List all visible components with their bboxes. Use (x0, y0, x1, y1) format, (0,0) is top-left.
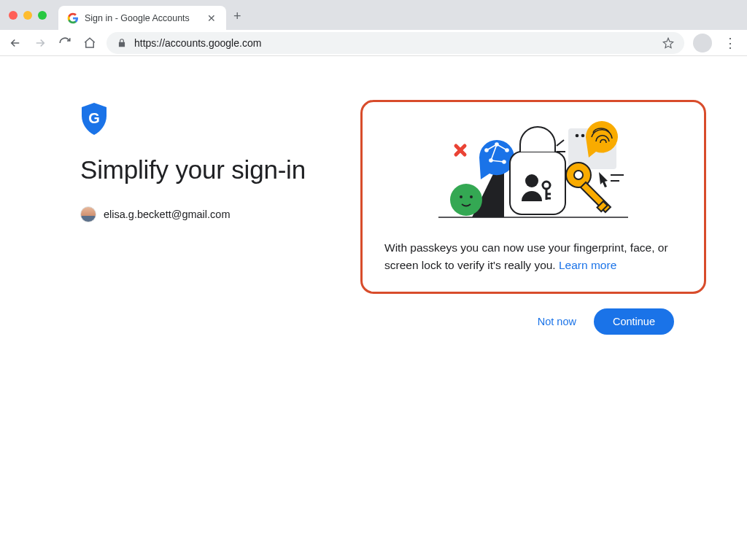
passkey-card: With passkeys you can now use your finge… (360, 100, 706, 294)
svg-point-9 (450, 184, 482, 216)
new-tab-button[interactable]: + (233, 9, 241, 24)
browser-chrome: Sign in - Google Accounts ✕ + https://ac… (0, 0, 747, 56)
window-minimize-icon[interactable] (23, 11, 32, 20)
lock-icon (117, 38, 127, 48)
favicon-icon (67, 12, 79, 24)
home-button[interactable] (82, 35, 98, 51)
browser-tab[interactable]: Sign in - Google Accounts ✕ (58, 6, 226, 31)
svg-point-24 (525, 174, 538, 187)
svg-text:G: G (88, 110, 100, 126)
page-title: Simplify your sign-in (80, 155, 343, 184)
svg-point-4 (581, 134, 585, 138)
continue-button[interactable]: Continue (594, 308, 674, 335)
svg-line-5 (557, 140, 564, 146)
reload-button[interactable] (57, 35, 73, 51)
forward-button[interactable] (32, 35, 48, 51)
passkey-illustration (384, 115, 682, 225)
tab-title: Sign in - Google Accounts (85, 13, 200, 23)
svg-point-3 (576, 134, 579, 138)
window-controls (9, 11, 47, 20)
window-maximize-icon[interactable] (38, 11, 47, 20)
chrome-menu-icon[interactable]: ⋮ (721, 35, 740, 51)
account-email: elisa.g.beckett@gmail.com (104, 209, 230, 220)
url-text: https://accounts.google.com (134, 37, 655, 49)
svg-point-11 (470, 195, 473, 198)
browser-toolbar: https://accounts.google.com ⋮ (0, 30, 747, 56)
svg-point-30 (574, 171, 583, 179)
learn-more-link[interactable]: Learn more (559, 259, 616, 271)
profile-avatar-icon[interactable] (693, 34, 712, 52)
titlebar: Sign in - Google Accounts ✕ + (0, 0, 747, 30)
back-button[interactable] (7, 35, 23, 51)
card-body-text: With passkeys you can now use your finge… (384, 239, 682, 274)
page-content: G Simplify your sign-in elisa.g.beckett@… (0, 56, 747, 560)
svg-point-10 (460, 195, 462, 198)
action-row: Not now Continue (360, 308, 706, 335)
tab-close-icon[interactable]: ✕ (206, 12, 217, 24)
not-now-button[interactable]: Not now (529, 308, 585, 335)
card-body: With passkeys you can now use your finge… (384, 241, 668, 271)
account-chip[interactable]: elisa.g.beckett@gmail.com (80, 206, 343, 222)
user-avatar-icon (80, 206, 96, 222)
window-close-icon[interactable] (9, 11, 18, 20)
google-shield-icon: G (80, 103, 343, 135)
bookmark-star-icon[interactable] (662, 37, 674, 49)
address-bar[interactable]: https://accounts.google.com (107, 32, 684, 54)
